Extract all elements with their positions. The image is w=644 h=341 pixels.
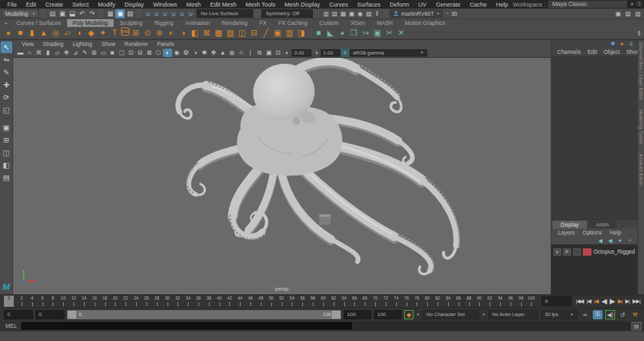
timeline-tick[interactable]: 16 (89, 295, 100, 307)
timeline-tick[interactable]: 96 (505, 295, 516, 307)
light-editor-icon[interactable]: ▧ (364, 9, 373, 18)
menu-modify[interactable]: Modify (93, 1, 120, 8)
poly-cube-icon[interactable]: ■ (14, 28, 26, 39)
panel-menu-renderer[interactable]: Renderer (120, 41, 152, 47)
view-transform-selector[interactable]: sRGB gamma ▼ (350, 49, 427, 57)
shelf-tab-fx[interactable]: FX (254, 19, 273, 27)
shelf-tab-rendering[interactable]: Rendering (216, 19, 254, 27)
timeline-tick[interactable]: 24 (131, 295, 141, 307)
gamma-field[interactable]: 1.00 (321, 49, 340, 57)
layer-menu-options[interactable]: Options (579, 229, 606, 236)
paint-select-tool[interactable]: ✎ (1, 66, 12, 78)
timeline-tick[interactable]: 62 (329, 295, 339, 307)
origin-locator-icon[interactable]: ⊕ (154, 28, 165, 39)
bevel-icon[interactable]: ◨ (296, 28, 307, 39)
quad-draw-icon[interactable]: ▣ (272, 28, 283, 39)
gamma-icon[interactable]: ◑ (311, 49, 321, 57)
shelf-scroll-arrows[interactable]: ▲▼ (637, 30, 641, 36)
graph-icon[interactable]: ∠ (628, 41, 635, 47)
layer-menu-help[interactable]: Help (606, 229, 625, 236)
time-slider[interactable]: 0 2 4 6 8 10 12 14 16 18 20 22 (0, 294, 644, 307)
shelf-tab-motion-graphics[interactable]: Motion Graphics (399, 19, 451, 27)
select-component-icon[interactable]: ▧ (125, 9, 135, 18)
shelf-collapse-icon[interactable]: − (1, 20, 11, 26)
shelf-tab-sculpting[interactable]: Sculpting (114, 19, 149, 27)
timeline-tick[interactable]: 42 (225, 295, 235, 307)
range-handle-right[interactable] (332, 311, 340, 319)
film-gate-icon[interactable]: ▭ (99, 49, 108, 57)
timeline-tick[interactable]: 60 (318, 295, 329, 307)
channel-box-menu-object[interactable]: Object (601, 49, 624, 55)
timeline-tick[interactable]: 100 (526, 295, 537, 307)
menu-deform[interactable]: Deform (385, 1, 414, 8)
character-set-selector[interactable]: No Character Set (423, 310, 479, 319)
grid-icon[interactable]: ⊞ (89, 49, 99, 57)
go-to-start-button[interactable]: |◀◀ (574, 298, 584, 304)
channel-box-menu-edit[interactable]: Edit (584, 49, 601, 55)
snap-curve-icon[interactable]: ∪ (152, 9, 160, 18)
screen-space-ao-icon[interactable]: ✱ (200, 49, 209, 57)
attribute-editor-toggle-icon[interactable]: ▤ (624, 9, 632, 18)
snap-projected-center-icon[interactable]: ∪ (169, 9, 177, 18)
viewport-3d[interactable]: persp (13, 58, 551, 294)
timeline-tick[interactable]: 84 (443, 295, 453, 307)
shelf-tab-mash[interactable]: MASH (371, 19, 399, 27)
move-layer-up-icon[interactable]: ◀ (597, 237, 604, 244)
side-tab-channel-box-layer-editor[interactable]: Channel Box / Layer Editor (639, 43, 643, 101)
timeline-tick[interactable]: 50 (266, 295, 277, 307)
timeline-tick[interactable]: 76 (402, 295, 412, 307)
separator-icon[interactable]: ❘ (246, 49, 255, 57)
timeline-tick[interactable]: 36 (193, 295, 204, 307)
live-surface-field[interactable]: No Live Surface (196, 9, 253, 18)
poly-disc-icon[interactable]: ◖ (74, 28, 85, 39)
timeline-tick[interactable]: 78 (411, 295, 422, 307)
color-managed-icon[interactable]: ● (618, 41, 626, 47)
timeline-tick[interactable]: 88 (464, 295, 474, 307)
render-view-icon[interactable]: ▥ (321, 9, 330, 18)
anim-layer-selector[interactable]: No Anim Layer (488, 310, 538, 319)
snap-grid-icon[interactable]: ∪ (143, 9, 152, 18)
step-back-frame-button[interactable]: |◀ (586, 298, 592, 304)
workspace-user-icon[interactable]: ⚉ (609, 41, 616, 47)
timeline-tick[interactable]: 44 (235, 295, 245, 307)
side-tab-attribute-editor[interactable]: Attribute Editor (639, 154, 643, 186)
timeline-tick[interactable]: 92 (484, 295, 495, 307)
side-tab-modeling-toolkit[interactable]: Modeling Toolkit (639, 110, 643, 145)
snap-view-plane-icon[interactable]: ∪ (177, 9, 186, 18)
exposure-icon[interactable]: ◐ (283, 49, 292, 57)
layout-two-pane[interactable]: ◫ (1, 147, 12, 158)
account-chip[interactable]: martinRV66T ▼ (390, 9, 443, 18)
delete-history-icon[interactable]: ✕ (396, 28, 407, 39)
timeline-ticks[interactable]: 2 4 6 8 10 12 14 16 18 20 22 24 (16, 295, 536, 307)
ipr-render-icon[interactable]: ▦ (338, 9, 347, 18)
status-separator[interactable] (384, 10, 387, 18)
menu-curves[interactable]: Curves (325, 1, 353, 8)
type-tool-icon[interactable]: T (109, 28, 120, 39)
layer-playback-toggle[interactable]: P (563, 248, 571, 256)
move-tool[interactable]: ✚ (1, 79, 12, 91)
play-forwards-button[interactable]: ▶ (609, 297, 616, 306)
timeline-tick[interactable]: 66 (350, 295, 360, 307)
layer-display-type-toggle[interactable] (573, 248, 581, 256)
status-separator[interactable] (41, 10, 45, 18)
menu-file[interactable]: File (3, 1, 22, 8)
timeline-tick[interactable]: 18 (100, 295, 110, 307)
status-separator[interactable] (99, 10, 103, 18)
undo-icon[interactable]: ↶ (77, 9, 87, 18)
shelf-tab-xgen[interactable]: XGen (344, 19, 371, 27)
menu-set-selector[interactable]: Modeling ▼ (2, 9, 39, 18)
isolate-select-icon[interactable]: ⊹ (237, 49, 246, 57)
safe-title-icon[interactable]: ⊠ (145, 49, 154, 57)
panel-menu-lighting[interactable]: Lighting (68, 41, 97, 47)
panel-menu-show[interactable]: Show (97, 41, 120, 47)
step-forward-key-button[interactable]: ▶| (616, 298, 623, 304)
clock-icon[interactable]: ◔ (445, 10, 449, 17)
menu-cache[interactable]: Cache (465, 1, 492, 8)
timeline-tick[interactable]: 32 (172, 295, 183, 307)
timeline-tick[interactable]: 80 (422, 295, 432, 307)
workspace-dropdown-icon[interactable]: ▼ (630, 2, 634, 7)
poly-cylinder-icon[interactable]: ▮ (26, 28, 37, 39)
timeline-tick[interactable]: 10 (58, 295, 68, 307)
boolean-union-icon[interactable]: ⊠ (201, 28, 212, 39)
auto-key-icon[interactable]: ⚿ (593, 310, 603, 319)
